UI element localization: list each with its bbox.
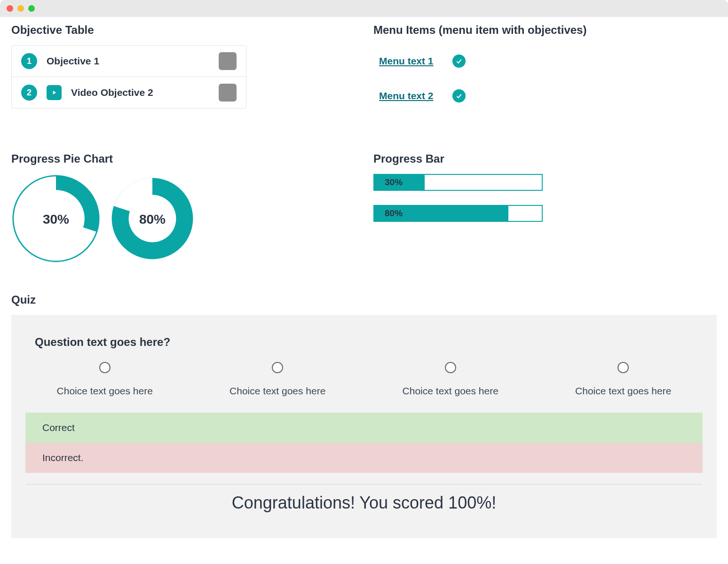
choice-label: Choice text goes here [57, 385, 153, 397]
pie-chart-section: Progress Pie Chart 30% [11, 152, 355, 265]
progress-bar-label: 30% [385, 177, 403, 188]
objective-table: 1 Objective 1 2 Video Objective 2 [11, 45, 246, 109]
window-titlebar [0, 0, 728, 17]
pie-chart-80: 80% [110, 176, 195, 263]
choice-label: Choice text goes here [229, 385, 325, 397]
radio-icon[interactable] [445, 362, 456, 373]
window-maximize-icon[interactable] [28, 5, 35, 12]
radio-icon[interactable] [617, 362, 629, 373]
progress-bar-label: 80% [385, 208, 403, 219]
list-item: Menu text 1 [379, 55, 717, 68]
quiz-panel: Question text goes here? Choice text goe… [11, 315, 717, 538]
objective-label: Objective 1 [47, 55, 209, 67]
table-row[interactable]: 2 Video Objective 2 [12, 77, 246, 108]
choice-label: Choice text goes here [403, 385, 499, 397]
radio-icon[interactable] [99, 362, 111, 373]
play-icon[interactable] [47, 85, 62, 100]
objective-number-badge: 2 [21, 85, 37, 101]
quiz-congrats: Congratulations! You scored 100%! [25, 493, 703, 513]
quiz-choices: Choice text goes here Choice text goes h… [25, 362, 703, 397]
choice-label: Choice text goes here [575, 385, 671, 397]
pie-chart-30: 30% [11, 174, 101, 265]
divider [25, 484, 703, 485]
objective-status-box[interactable] [219, 52, 237, 70]
menu-link[interactable]: Menu text 2 [379, 90, 434, 102]
quiz-choice[interactable]: Choice text goes here [544, 362, 703, 397]
check-icon [452, 89, 466, 102]
quiz-choice[interactable]: Choice text goes here [198, 362, 357, 397]
pie-percent-label: 30% [43, 212, 69, 227]
objective-table-section: Objective Table 1 Objective 1 2 Video Ob… [11, 24, 355, 124]
menu-items-section: Menu Items (menu item with objectives) M… [373, 24, 717, 124]
radio-icon[interactable] [272, 362, 283, 373]
menu-link[interactable]: Menu text 1 [379, 55, 434, 67]
objective-number-badge: 1 [21, 53, 37, 69]
window-close-icon[interactable] [7, 5, 13, 12]
progress-bar-section: Progress Bar 30% 80% [373, 152, 717, 265]
pie-percent-label: 80% [139, 212, 166, 227]
quiz-choice[interactable]: Choice text goes here [371, 362, 530, 397]
progress-bar: 30% [373, 174, 543, 191]
quiz-title: Quiz [11, 293, 717, 306]
feedback-incorrect: Incorrect. [25, 443, 703, 473]
check-icon [452, 55, 466, 68]
feedback-correct: Correct [25, 413, 703, 443]
pie-chart-title: Progress Pie Chart [11, 152, 355, 165]
progress-bar-title: Progress Bar [373, 152, 717, 165]
progress-bar-fill: 30% [374, 175, 425, 190]
quiz-choice[interactable]: Choice text goes here [25, 362, 184, 397]
progress-bar-fill: 80% [374, 206, 508, 221]
objective-status-box[interactable] [219, 84, 237, 102]
table-row[interactable]: 1 Objective 1 [12, 46, 246, 77]
objective-label: Video Objective 2 [71, 87, 209, 98]
quiz-question: Question text goes here? [25, 336, 703, 349]
list-item: Menu text 2 [379, 89, 717, 102]
quiz-section: Quiz Question text goes here? Choice tex… [11, 293, 717, 538]
menu-items-title: Menu Items (menu item with objectives) [373, 24, 717, 37]
progress-bar: 80% [373, 205, 543, 222]
window-minimize-icon[interactable] [17, 5, 24, 12]
objective-table-title: Objective Table [11, 24, 355, 37]
